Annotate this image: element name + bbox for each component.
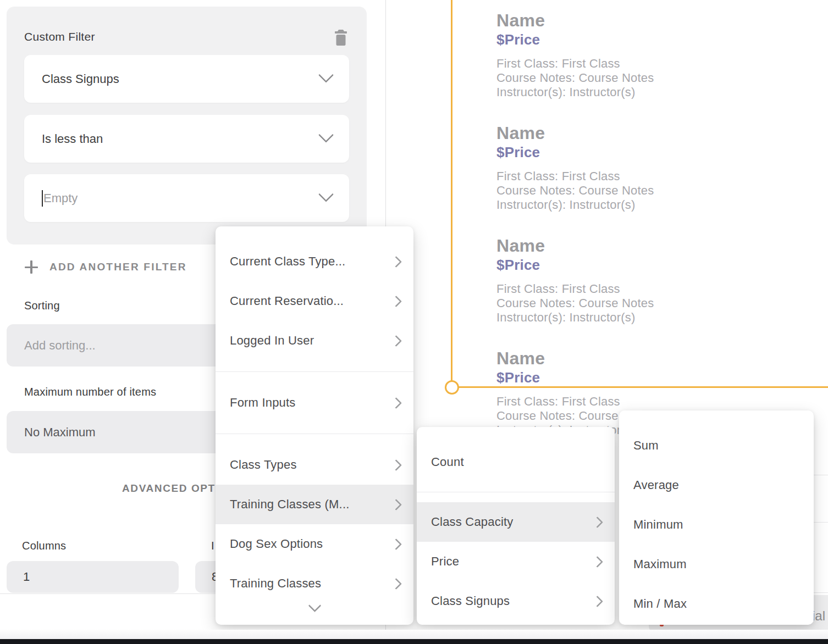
filter-operator-value: Is less than (42, 132, 103, 146)
item-name: Name (496, 11, 727, 30)
menu-item-training-classes-m[interactable]: Training Classes (M... (216, 485, 413, 524)
chevron-right-icon (592, 556, 603, 567)
filter-value-placeholder: Empty (43, 191, 78, 206)
menu-divider (216, 434, 413, 434)
text-cursor (42, 190, 43, 207)
chevron-down-icon (318, 127, 334, 142)
max-items-value: No Maximum (24, 425, 96, 440)
app-canvas: Custom Filter Class Signups Is less than… (0, 0, 828, 644)
item-instructors: Instructor(s): Instructor(s) (496, 85, 727, 99)
property-submenu: Count Class Capacity Price Class Signups (417, 427, 615, 625)
chevron-right-icon (390, 295, 402, 307)
chevron-right-icon (592, 516, 603, 528)
item-price: $Price (496, 370, 727, 385)
filter-field-select[interactable]: Class Signups (24, 55, 349, 103)
menu-item-training-classes[interactable]: Training Classes (216, 564, 413, 603)
menu-item-dog-sex-options[interactable]: Dog Sex Options (216, 524, 413, 564)
columns-input[interactable]: 1 (7, 561, 179, 593)
item-name: Name (496, 124, 727, 142)
field-picker-menu: Current Class Type... Current Reservatio… (216, 226, 413, 625)
menu-divider (216, 371, 413, 372)
menu-item-maximum[interactable]: Maximum (619, 545, 814, 584)
menu-item-count[interactable]: Count (417, 442, 615, 482)
columns-label: Columns (22, 540, 66, 552)
item-instructors: Instructor(s): Instructor(s) (496, 310, 727, 325)
selection-corner-handle[interactable] (445, 380, 459, 395)
plus-icon (24, 260, 38, 274)
item-price: $Price (496, 145, 727, 160)
menu-item-current-reservation[interactable]: Current Reservatio... (216, 281, 413, 321)
menu-item-sum[interactable]: Sum (619, 426, 814, 465)
footer-strip (0, 630, 828, 640)
chevron-right-icon (390, 498, 402, 510)
chevron-right-icon (390, 538, 402, 549)
menu-scroll-more[interactable] (216, 603, 413, 622)
item-course-notes: Course Notes: Course Notes (496, 71, 727, 85)
item-instructors: Instructor(s): Instructor(s) (496, 198, 727, 212)
menu-item-price[interactable]: Price (417, 542, 615, 581)
item-price: $Price (496, 257, 727, 273)
sorting-label: Sorting (24, 299, 60, 312)
custom-filter-card: Custom Filter Class Signups Is less than… (7, 7, 367, 245)
menu-item-current-class-type[interactable]: Current Class Type... (216, 242, 413, 281)
menu-item-class-signups[interactable]: Class Signups (417, 581, 615, 621)
item-first-class: First Class: First Class (496, 282, 727, 296)
add-another-filter-label: ADD ANOTHER FILTER (49, 261, 187, 273)
item-name: Name (496, 236, 727, 255)
menu-item-form-inputs[interactable]: Form Inputs (216, 383, 413, 423)
max-items-label: Maximum number of items (24, 386, 156, 398)
item-first-class: First Class: First Class (496, 395, 727, 409)
add-another-filter-button[interactable]: ADD ANOTHER FILTER (24, 257, 187, 277)
item-first-class: First Class: First Class (496, 57, 727, 71)
bottom-black-bar (0, 639, 828, 644)
menu-item-average[interactable]: Average (619, 465, 814, 505)
menu-divider (417, 492, 615, 492)
chevron-down-icon (318, 186, 334, 202)
second-field-label: I (211, 540, 214, 552)
item-course-notes: Course Notes: Course Notes (496, 184, 727, 198)
menu-item-min-max[interactable]: Min / Max (619, 584, 814, 624)
menu-item-minimum[interactable]: Minimum (619, 505, 814, 545)
item-price: $Price (496, 32, 727, 47)
chevron-right-icon (390, 256, 402, 267)
list-widget-preview[interactable]: Name $Price First Class: First Class Cou… (496, 11, 727, 451)
list-item: Name $Price First Class: First Class Cou… (496, 236, 727, 325)
custom-filter-title: Custom Filter (24, 30, 95, 43)
trash-icon (334, 29, 348, 46)
chevron-right-icon (592, 595, 603, 607)
chevron-right-icon (390, 578, 402, 589)
menu-item-logged-in-user[interactable]: Logged In User (216, 321, 413, 360)
selection-outline-vertical (451, 0, 452, 387)
item-course-notes: Course Notes: Course Notes (496, 296, 727, 310)
menu-item-class-types[interactable]: Class Types (216, 445, 413, 485)
filter-field-value: Class Signups (42, 72, 119, 86)
item-name: Name (496, 349, 727, 368)
filter-value-input[interactable]: Empty (24, 174, 349, 222)
list-item: Name $Price First Class: First Class Cou… (496, 11, 727, 99)
delete-filter-button[interactable] (334, 29, 348, 46)
item-first-class: First Class: First Class (496, 169, 727, 184)
aggregate-submenu: Sum Average Minimum Maximum Min / Max (619, 410, 814, 625)
columns-value: 1 (23, 570, 30, 584)
filter-operator-select[interactable]: Is less than (24, 115, 349, 163)
menu-item-class-capacity[interactable]: Class Capacity (417, 502, 615, 542)
bottom-right-bar-partial-label: ial (812, 608, 825, 624)
chevron-right-icon (390, 335, 402, 346)
sorting-placeholder: Add sorting... (24, 338, 96, 353)
chevron-right-icon (390, 459, 402, 470)
chevron-right-icon (390, 397, 402, 408)
chevron-down-icon (318, 67, 334, 82)
list-item: Name $Price First Class: First Class Cou… (496, 124, 727, 212)
